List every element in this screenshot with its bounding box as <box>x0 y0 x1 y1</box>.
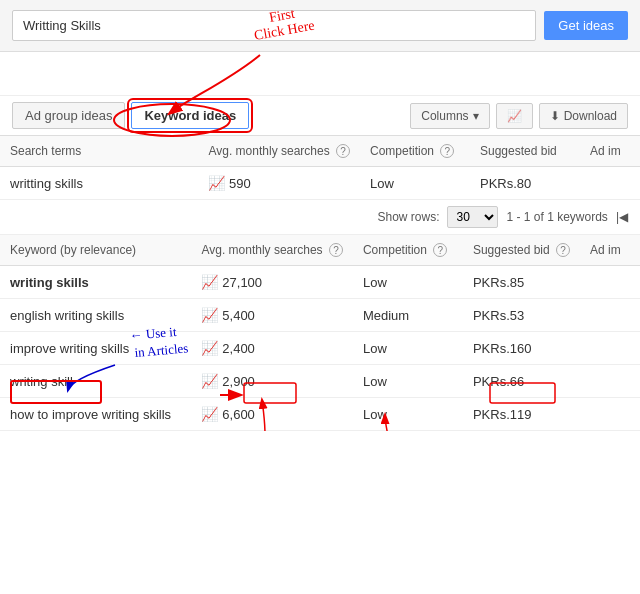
trend-icon: 📈 <box>208 175 225 191</box>
tab-bar: Ad group ideas Keyword ideas Columns ▾ 📈… <box>0 96 640 136</box>
col-competition-bottom: Competition ? <box>353 235 463 266</box>
searches-info-icon-2[interactable]: ? <box>329 243 343 257</box>
bid-cell: PKRs.85 <box>463 266 580 299</box>
col-keyword-relevance: Keyword (by relevance) <box>0 235 191 266</box>
adim-cell <box>580 365 640 398</box>
download-icon: ⬇ <box>550 109 560 123</box>
bid-cell: PKRs.53 <box>463 299 580 332</box>
competition-info-icon[interactable]: ? <box>440 144 454 158</box>
col-competition-top: Competition ? <box>360 136 470 167</box>
adim-cell <box>580 299 640 332</box>
bid-cell: PKRs.66 <box>463 365 580 398</box>
adim-cell <box>580 332 640 365</box>
chart-icon: 📈 <box>507 109 522 123</box>
keyword-ideas-section: Keyword (by relevance) Avg. monthly sear… <box>0 235 640 431</box>
bid-cell: PKRs.80 <box>470 167 580 200</box>
first-page-icon[interactable]: |◀ <box>616 210 628 224</box>
col-suggested-bid: Suggested bid <box>470 136 580 167</box>
keyword-term-cell: how to improve writing skills <box>0 398 191 431</box>
pagination-bar: Show rows: 10203050100 1 - 1 of 1 keywor… <box>0 200 640 235</box>
trend-icon: 📈 <box>201 373 222 389</box>
keyword-term-cell: writing skill <box>0 365 191 398</box>
competition-cell: Low <box>360 167 470 200</box>
columns-label: Columns <box>421 109 468 123</box>
bid-cell: PKRs.160 <box>463 332 580 365</box>
table-row: writting skills 📈 590 Low PKRs.80 <box>0 167 640 200</box>
columns-button[interactable]: Columns ▾ <box>410 103 489 129</box>
keyword-term-cell: english writing skills <box>0 299 191 332</box>
adim-cell <box>580 266 640 299</box>
page-range: 1 - 1 of 1 keywords <box>506 210 607 224</box>
competition-cell: Low <box>353 398 463 431</box>
trend-icon: 📈 <box>201 274 222 290</box>
trend-icon: 📈 <box>201 307 222 323</box>
col-avg-monthly-searches-2: Avg. monthly searches ? <box>191 235 353 266</box>
table-row: improve writing skills📈 2,400LowPKRs.160 <box>0 332 640 365</box>
competition-cell: Low <box>353 365 463 398</box>
table-row: how to improve writing skills📈 6,600LowP… <box>0 398 640 431</box>
col-ad-impr-2: Ad im <box>580 235 640 266</box>
bid-cell: PKRs.119 <box>463 398 580 431</box>
col-search-terms: Search terms <box>0 136 198 167</box>
searches-cell: 📈 2,900 <box>191 365 353 398</box>
col-suggested-bid-2: Suggested bid ? <box>463 235 580 266</box>
searches-cell: 📈 6,600 <box>191 398 353 431</box>
searches-info-icon[interactable]: ? <box>336 144 350 158</box>
competition-cell: Low <box>353 266 463 299</box>
tab-keyword-ideas[interactable]: Keyword ideas <box>131 102 249 129</box>
adim-cell <box>580 167 640 200</box>
trend-icon-cell: 📈 590 <box>198 167 360 200</box>
top-search-terms-section: Search terms Avg. monthly searches ? Com… <box>0 136 640 200</box>
searches-cell: 📈 27,100 <box>191 266 353 299</box>
adim-cell <box>580 398 640 431</box>
competition-cell: Medium <box>353 299 463 332</box>
tab-ad-group[interactable]: Ad group ideas <box>12 102 125 129</box>
trend-icon: 📈 <box>201 406 222 422</box>
searches-cell: 📈 5,400 <box>191 299 353 332</box>
search-bar: Get ideas <box>0 0 640 52</box>
col-ad-impr: Ad im <box>580 136 640 167</box>
trend-icon: 📈 <box>201 340 222 356</box>
download-button[interactable]: ⬇ Download <box>539 103 628 129</box>
get-ideas-button[interactable]: Get ideas <box>544 11 628 40</box>
competition-cell: Low <box>353 332 463 365</box>
col-avg-monthly-searches: Avg. monthly searches ? <box>198 136 360 167</box>
table-row: writing skill📈 2,900LowPKRs.66 <box>0 365 640 398</box>
bid-info-icon[interactable]: ? <box>556 243 570 257</box>
table-row: writing skills📈 27,100LowPKRs.85 <box>0 266 640 299</box>
show-rows-label: Show rows: <box>377 210 439 224</box>
keyword-term-cell: improve writing skills <box>0 332 191 365</box>
term-cell: writting skills <box>0 167 198 200</box>
chart-button[interactable]: 📈 <box>496 103 533 129</box>
competition-info-icon-2[interactable]: ? <box>433 243 447 257</box>
chevron-down-icon: ▾ <box>473 109 479 123</box>
searches-cell: 📈 2,400 <box>191 332 353 365</box>
search-input[interactable] <box>12 10 536 41</box>
table-row: english writing skills📈 5,400MediumPKRs.… <box>0 299 640 332</box>
rows-per-page-select[interactable]: 10203050100 <box>447 206 498 228</box>
keyword-term-cell: writing skills <box>0 266 191 299</box>
